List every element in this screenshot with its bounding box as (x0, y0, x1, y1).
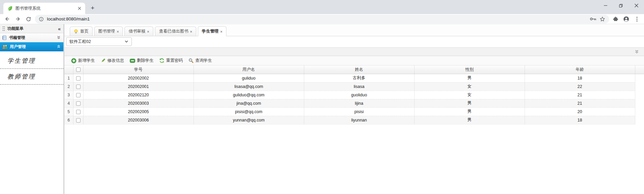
toolbar-button[interactable]: 修改信息 (98, 57, 126, 64)
users-icon (2, 44, 8, 49)
cell-username: pisisi@qq.com (194, 107, 304, 116)
class-select[interactable]: 软件工程02 (66, 37, 132, 46)
cell-name: 古利多 (304, 74, 414, 82)
content-tab[interactable]: 首页 (70, 27, 93, 36)
browser-tab-close-icon[interactable] (76, 5, 83, 11)
edit-icon (101, 58, 106, 63)
close-tab-icon[interactable]: × (117, 30, 119, 34)
cell-filler (635, 74, 644, 82)
chevron-down-icon[interactable] (124, 40, 128, 43)
table-row[interactable]: 6 202003006 yunnan@qq.com liyunnan 男 18 (64, 116, 644, 124)
row-checkbox[interactable] (76, 93, 80, 97)
toolbar-button[interactable]: 新增学生 (69, 57, 97, 64)
cell-username: guliduo (194, 74, 304, 82)
address-bar[interactable]: localhost:8080/main1 (35, 15, 609, 23)
content-tab[interactable]: 借书审核 × (124, 27, 153, 36)
row-select-cell[interactable] (73, 82, 83, 91)
window-minimize-button[interactable] (598, 0, 613, 11)
select-all-checkbox[interactable] (76, 67, 80, 72)
close-tab-icon[interactable]: × (190, 30, 192, 34)
password-key-icon[interactable] (590, 17, 596, 21)
sidebar-item-teacher-management[interactable]: 教师管理 (0, 69, 63, 85)
tab-label: 借书审核 (128, 29, 145, 34)
row-select-cell[interactable] (73, 91, 83, 99)
table-row[interactable]: 3 202002120 guliduo@qq.com guoliduo 女 21 (64, 91, 644, 99)
sidebar-collapse-icon[interactable]: « (58, 26, 61, 31)
cell-gender: 男 (414, 99, 525, 107)
extensions-puzzle-icon[interactable] (611, 15, 620, 23)
sidebar-group-users[interactable]: 用户管理 (0, 42, 63, 51)
cell-filler (635, 116, 644, 124)
header-filler (635, 65, 644, 74)
cell-age: 20 (525, 107, 635, 116)
url-text[interactable]: localhost:8080/main1 (47, 16, 587, 21)
window-close-button[interactable] (629, 0, 644, 11)
cell-filler (635, 91, 644, 99)
row-number: 5 (64, 107, 73, 116)
sidebar-group-label: 用户管理 (10, 44, 55, 50)
sidebar-header: 功能菜单 « (0, 24, 63, 33)
toolbar-button-label: 新增学生 (78, 58, 95, 63)
browser-tab-title: 图书管理系统 (15, 6, 74, 11)
row-number: 4 (64, 99, 73, 107)
table-row[interactable]: 2 202002001 lisasa@qq.com lisasa 女 22 (64, 82, 644, 91)
select-all-header[interactable] (73, 65, 83, 74)
row-checkbox[interactable] (76, 118, 80, 123)
cell-username: yunnan@qq.com (194, 116, 304, 124)
cell-student-id: 202003006 (83, 116, 194, 124)
row-select-cell[interactable] (73, 116, 83, 124)
new-tab-button[interactable]: + (88, 3, 97, 13)
toolbar-button[interactable]: 删除学生 (127, 57, 156, 64)
content-tab[interactable]: 查看已借出图书 × (155, 27, 196, 36)
expand-double-chevron-icon[interactable] (635, 50, 639, 54)
content-tab[interactable]: 学生管理 × (198, 26, 226, 36)
notebook-icon (2, 35, 7, 40)
cell-username: lisasa@qq.com (194, 82, 304, 91)
student-datagrid: 学号 用户名 姓名 性别 年龄 1 202002002 gulid (64, 65, 644, 194)
sidebar-item-student-management[interactable]: 学生管理 (0, 51, 63, 69)
delete-icon (130, 59, 135, 63)
sidebar-group-books[interactable]: 书籍管理 (0, 33, 63, 42)
cell-student-id: 202003003 (83, 99, 194, 107)
main-panel: 首页 图书管理 × 借书审核 × 查看已借出图书 × 学生管理 (64, 24, 644, 194)
spring-leaf-favicon-icon (7, 6, 13, 11)
bookmark-star-icon[interactable] (600, 16, 605, 22)
toolbar-button-label: 修改信息 (107, 58, 124, 63)
close-tab-icon[interactable]: × (147, 30, 149, 34)
chevron-double-up-icon (57, 45, 61, 49)
toolbar-button[interactable]: 查询学生 (186, 57, 214, 64)
reload-icon[interactable] (24, 15, 33, 23)
cell-age: 21 (525, 91, 635, 99)
row-checkbox[interactable] (76, 85, 80, 89)
row-select-cell[interactable] (73, 99, 83, 107)
content-tab[interactable]: 图书管理 × (94, 27, 123, 36)
close-tab-icon[interactable]: × (220, 30, 222, 34)
row-checkbox[interactable] (76, 110, 80, 114)
content-tabs: 首页 图书管理 × 借书审核 × 查看已借出图书 × 学生管理 (64, 24, 644, 36)
forward-icon[interactable] (13, 15, 22, 23)
cell-username: guliduo@qq.com (194, 91, 304, 99)
site-info-icon[interactable] (39, 17, 44, 21)
sidebar: 功能菜单 « 书籍管理 用户管理 学生管理 教师管理 (0, 24, 64, 194)
table-row[interactable]: 4 202003003 jina@qq.com lijina 男 21 (64, 99, 644, 107)
row-checkbox[interactable] (76, 76, 80, 81)
row-number: 2 (64, 82, 73, 91)
profile-avatar-icon[interactable] (622, 15, 631, 23)
row-select-cell[interactable] (73, 74, 83, 82)
row-checkbox[interactable] (76, 101, 80, 106)
toolbar-button[interactable]: 重置密码 (157, 57, 185, 64)
cell-gender: 男 (414, 116, 525, 124)
back-icon[interactable] (3, 15, 11, 23)
cell-filler (635, 82, 644, 91)
row-select-cell[interactable] (73, 107, 83, 116)
table-row[interactable]: 1 202002002 guliduo 古利多 男 18 (64, 74, 644, 82)
cell-student-id: 202002005 (83, 107, 194, 116)
rownum-header (64, 65, 73, 74)
cell-filler (635, 99, 644, 107)
browser-tab[interactable]: 图书管理系统 (3, 3, 85, 14)
table-row[interactable]: 5 202002005 pisisi@qq.com pisisi 男 20 (64, 107, 644, 116)
window-restore-button[interactable] (613, 0, 629, 11)
tab-label: 学生管理 (202, 29, 219, 34)
browser-menu-dots-icon[interactable] (633, 15, 641, 23)
cell-gender: 女 (414, 91, 525, 99)
